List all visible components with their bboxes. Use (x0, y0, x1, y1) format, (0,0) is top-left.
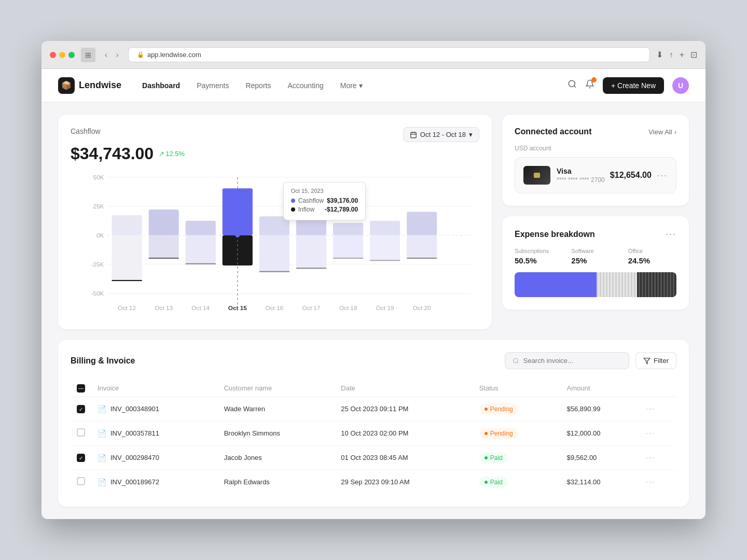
svg-marker-53 (644, 358, 650, 364)
svg-text:25K: 25K (93, 203, 104, 210)
nav-link-dashboard[interactable]: Dashboard (142, 79, 180, 92)
search-button[interactable] (568, 79, 577, 91)
invoice-amount: $9,562.00 (561, 445, 640, 470)
svg-rect-38 (370, 235, 400, 260)
expense-more-button[interactable]: ··· (666, 229, 676, 240)
nav-link-payments[interactable]: Payments (197, 79, 229, 92)
filter-button[interactable]: Filter (635, 352, 676, 369)
status-badge: Pending (479, 428, 518, 439)
status-text: Paid (490, 454, 503, 461)
app-content: 📦 Lendwise Dashboard Payments Reports Ac… (42, 69, 706, 519)
svg-rect-22 (186, 235, 216, 263)
bar-segment-subscriptions (515, 272, 597, 297)
invoice-amount: $32,114.00 (561, 470, 640, 494)
row-checkbox-2[interactable]: ✓ (77, 454, 85, 462)
select-all-checkbox[interactable]: — (77, 384, 85, 393)
col-status: Status (473, 380, 561, 397)
tooltip-inflow-value: -$12,789.00 (325, 206, 358, 213)
bar-segment-office (637, 272, 676, 297)
tooltip-cashflow-row: Cashflow $39,176.00 (291, 197, 358, 204)
invoice-date: 25 Oct 2023 09:11 PM (335, 397, 473, 421)
expense-bar (515, 272, 676, 297)
back-button[interactable]: ‹ (102, 49, 110, 61)
avatar[interactable]: U (672, 77, 689, 94)
row-checkbox-1[interactable] (77, 428, 85, 437)
invoice-date: 29 Sep 2023 09:10 AM (335, 470, 473, 494)
invoice-amount: $56,890.99 (561, 397, 640, 421)
browser-window: ⊞ ‹ › 🔒 app.lendwise.com ⬇ ↑ + ⊡ 📦 Lendw… (42, 41, 706, 519)
expense-cat-office: Office 24.5% (628, 248, 676, 265)
minimize-dot[interactable] (59, 52, 65, 58)
download-button[interactable]: ⬇ (656, 50, 663, 60)
subscriptions-pct: 50.5% (515, 256, 563, 265)
nav-link-more[interactable]: More ▾ (340, 79, 363, 92)
logo: 📦 Lendwise (58, 77, 121, 94)
notification-button[interactable] (585, 79, 594, 91)
cashflow-header: Cashflow Oct 12 - Oct 18 ▾ (71, 127, 479, 142)
new-tab-button[interactable]: + (680, 50, 684, 60)
row-more-button[interactable]: ··· (645, 428, 655, 438)
svg-text:Oct 19: Oct 19 (376, 304, 394, 312)
billing-invoice-card: Billing & Invoice Filter (58, 340, 689, 507)
forward-button[interactable]: › (113, 49, 121, 61)
svg-rect-17 (112, 280, 142, 281)
row-more-button[interactable]: ··· (645, 477, 655, 487)
tab-icon: ⊞ (81, 48, 95, 62)
tooltip-cashflow-value: $39,176.00 (327, 197, 358, 204)
lock-icon: 🔒 (137, 51, 144, 58)
address-bar[interactable]: 🔒 app.lendwise.com (128, 47, 650, 62)
nav-right: + Create New U (568, 77, 689, 94)
close-dot[interactable] (50, 52, 56, 58)
svg-text:Oct 14: Oct 14 (191, 304, 210, 312)
bar-segment-software (597, 272, 637, 297)
invoice-list: ✓ 📄 INV_000348901 Wade Warren 25 Oct 202… (71, 397, 676, 494)
cashflow-chart: 50K 25K 0K -25K -50K (71, 172, 479, 317)
sidebar-button[interactable]: ⊡ (690, 50, 697, 60)
invoice-search-input[interactable] (523, 357, 621, 365)
nav-links: Dashboard Payments Reports Accounting Mo… (142, 79, 547, 92)
svg-rect-32 (296, 235, 326, 268)
svg-text:-50K: -50K (91, 290, 104, 297)
notification-badge (591, 77, 597, 82)
browser-nav: ‹ › (102, 49, 122, 61)
invoice-id: INV_000298470 (110, 454, 159, 461)
up-arrow-icon: ↗ (159, 150, 164, 158)
billing-title: Billing & Invoice (71, 356, 135, 366)
tooltip-cashflow-label: Cashflow (298, 197, 324, 204)
create-new-button[interactable]: + Create New (603, 77, 664, 94)
card-chip (534, 173, 540, 178)
row-more-button[interactable]: ··· (645, 403, 655, 414)
status-dot (485, 481, 488, 484)
nav-link-accounting[interactable]: Accounting (287, 79, 323, 92)
table-row: ✓ 📄 INV_000348901 Wade Warren 25 Oct 202… (71, 397, 676, 421)
document-icon: 📄 (98, 478, 106, 486)
table-row: 📄 INV_000189672 Ralph Edwards 29 Sep 202… (71, 470, 676, 494)
invoice-search-box[interactable] (505, 352, 629, 369)
document-icon: 📄 (98, 405, 106, 413)
row-checkbox-3[interactable] (77, 477, 85, 485)
document-icon: 📄 (98, 429, 106, 438)
nav-link-reports[interactable]: Reports (245, 79, 271, 92)
connected-account-card: Connected account View All › USD account (502, 115, 689, 206)
row-more-button[interactable]: ··· (645, 452, 655, 463)
fullscreen-dot[interactable] (68, 52, 75, 58)
browser-dots (50, 52, 75, 58)
customer-name: Wade Warren (218, 397, 335, 421)
date-range-picker[interactable]: Oct 12 - Oct 18 ▾ (403, 127, 479, 142)
software-label: Software (571, 248, 619, 254)
invoice-id-cell: 📄 INV_000357811 (98, 429, 212, 438)
customer-name: Ralph Edwards (218, 470, 335, 494)
view-all-link[interactable]: View All › (648, 128, 676, 136)
account-more-button[interactable]: ··· (657, 170, 668, 181)
chart-svg: 50K 25K 0K -25K -50K (71, 172, 479, 317)
invoice-amount: $12,000.00 (561, 421, 640, 445)
col-invoice: Invoice (91, 380, 218, 397)
share-button[interactable]: ↑ (669, 50, 673, 60)
svg-point-27 (236, 233, 240, 238)
card-name: Visa (557, 167, 605, 175)
svg-text:-25K: -25K (91, 261, 104, 268)
main-content: Cashflow Oct 12 - Oct 18 ▾ $34,743.00 ↗ … (42, 102, 706, 519)
row-checkbox-0[interactable]: ✓ (77, 405, 85, 413)
svg-rect-42 (407, 258, 437, 259)
svg-rect-21 (186, 221, 216, 235)
